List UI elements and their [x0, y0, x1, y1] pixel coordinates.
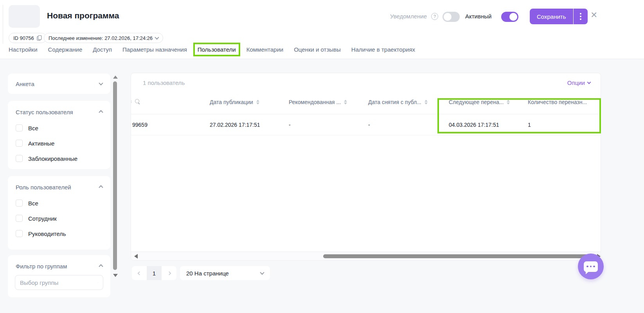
user-role-header[interactable]: Роль пользователей [8, 184, 110, 191]
cell-publish-date: 27.02.2026 17:17:51 [210, 122, 260, 128]
checkbox-icon[interactable] [16, 215, 23, 222]
page-size-label: 20 На странице [186, 270, 229, 277]
sort-icon[interactable] [507, 100, 510, 104]
chevron-down-icon [155, 35, 159, 40]
last-modified-text: Последнее изменение: 27.02.2026, 17:24:2… [49, 35, 153, 41]
checkbox-icon[interactable] [16, 155, 23, 162]
sort-icon[interactable] [256, 100, 259, 104]
scroll-up-arrow[interactable] [113, 76, 118, 79]
pagination-page-1[interactable]: 1 [147, 266, 162, 280]
table-row-divider [131, 135, 601, 135]
tab-assignment-params[interactable]: Параметры назначения [122, 46, 187, 53]
help-icon[interactable]: ? [431, 13, 438, 20]
checkbox-label: Активные [28, 140, 54, 147]
chevron-up-icon [99, 185, 103, 189]
save-button-group: Сохранить [530, 9, 588, 24]
chat-bubble-icon [584, 261, 598, 272]
filter-card-user-role: Роль пользователей Все Сотрудник Руковод… [8, 176, 110, 250]
checkbox-label: Сотрудник [28, 215, 57, 222]
checkbox-icon[interactable] [16, 140, 23, 147]
group-filter-header[interactable]: Фильтр по группам [8, 263, 110, 270]
options-label: Опции [567, 79, 585, 86]
column-header-next-reassignment[interactable]: Следующее перена... [449, 99, 510, 105]
program-cover-placeholder[interactable] [9, 5, 40, 28]
anketa-label: Анкета [16, 81, 34, 87]
cell-next-reassignment: 04.03.2026 17:17:51 [449, 122, 499, 128]
column-header-recommended[interactable]: Рекомендованная ... [289, 99, 347, 105]
chevron-right-icon [167, 271, 171, 275]
checkbox-label: Заблокированные [28, 155, 77, 162]
column-label: Количество переназн... [528, 99, 587, 105]
close-icon[interactable]: × [591, 9, 597, 20]
checkbox-label: Руководитель [28, 230, 66, 237]
filter-card-groups: Фильтр по группам [8, 255, 110, 297]
users-table-card: 1 пользователь Опции Дата публикации Рек… [131, 73, 601, 261]
user-count-label: 1 пользователь [143, 79, 185, 86]
page-size-dropdown[interactable]: 20 На странице [180, 266, 270, 280]
user-status-header[interactable]: Статус пользователя [8, 109, 110, 115]
column-header-unpublish-date[interactable]: Дата снятия с публ... [368, 99, 428, 105]
cell-reassignment-count: 1 [528, 122, 531, 128]
sort-icon[interactable] [425, 100, 428, 104]
group-select-input[interactable] [20, 279, 98, 286]
chevron-up-icon [99, 264, 103, 268]
chevron-down-icon [260, 270, 264, 275]
checkbox-role-employee[interactable]: Сотрудник [8, 215, 110, 222]
chevron-left-icon [137, 271, 141, 275]
tab-comments[interactable]: Комментарии [246, 46, 283, 53]
tab-users[interactable]: Пользователи [198, 46, 236, 53]
filter-funnel-icon[interactable] [98, 280, 98, 286]
checkbox-label: Все [28, 125, 38, 131]
column-label: Рекомендованная ... [289, 99, 341, 105]
user-role-title: Роль пользователей [16, 184, 71, 191]
sort-icon[interactable] [131, 99, 132, 104]
checkbox-icon[interactable] [16, 230, 23, 237]
tab-ratings[interactable]: Оценки и отзывы [294, 46, 341, 53]
toggle-knob [444, 13, 452, 21]
save-button[interactable]: Сохранить [530, 9, 573, 24]
pagination: 1 [132, 266, 176, 280]
notification-toggle[interactable] [443, 12, 460, 22]
tab-settings[interactable]: Настройки [9, 46, 38, 53]
program-id-badge[interactable]: ID 90756 [9, 33, 47, 43]
cell-unpublish-date: - [368, 122, 370, 128]
more-actions-button[interactable] [574, 9, 588, 24]
options-dropdown[interactable]: Опции [567, 79, 590, 86]
filter-card-user-status: Статус пользователя Все Активные Заблоки… [8, 101, 110, 169]
tab-bar: Настройки Содержание Доступ Параметры на… [9, 46, 415, 53]
checkbox-role-all[interactable]: Все [8, 200, 110, 207]
column-label: Дата снятия с публ... [368, 99, 421, 105]
vertical-scrollbar-thumb[interactable] [113, 81, 117, 270]
scroll-left-arrow[interactable] [134, 254, 138, 259]
chevron-down-icon [587, 80, 591, 84]
chat-widget-button[interactable] [578, 254, 604, 279]
sort-icon[interactable] [344, 100, 347, 104]
last-modified-dropdown[interactable]: Последнее изменение: 27.02.2026, 17:24:2… [44, 33, 163, 43]
column-label: Следующее перена... [449, 99, 504, 105]
tab-content[interactable]: Содержание [48, 46, 83, 53]
horizontal-scrollbar-thumb[interactable] [323, 254, 596, 258]
checkbox-status-active[interactable]: Активные [8, 140, 110, 147]
anketa-header[interactable]: Анкета [8, 81, 110, 87]
active-toggle[interactable] [501, 12, 518, 22]
group-select-field[interactable] [15, 275, 103, 290]
notification-label: Уведомление [390, 13, 427, 20]
checkbox-icon[interactable] [16, 124, 23, 131]
column-header-id-clipped[interactable] [131, 99, 140, 104]
pagination-prev-button[interactable] [132, 266, 147, 280]
checkbox-icon[interactable] [16, 200, 23, 207]
tab-trajectories[interactable]: Наличие в траекториях [351, 46, 415, 53]
search-icon[interactable] [135, 99, 140, 104]
tab-access[interactable]: Доступ [93, 46, 112, 53]
scroll-down-arrow[interactable] [113, 274, 118, 277]
checkbox-role-manager[interactable]: Руководитель [8, 230, 110, 237]
filter-card-anketa[interactable]: Анкета [8, 74, 110, 94]
column-header-reassignment-count[interactable]: Количество переназн... [528, 99, 587, 105]
cell-recommended: - [289, 122, 291, 128]
user-status-title: Статус пользователя [16, 109, 73, 115]
checkbox-status-all[interactable]: Все [8, 124, 110, 131]
column-header-publish-date[interactable]: Дата публикации [210, 99, 259, 105]
pagination-next-button[interactable] [162, 266, 176, 280]
copy-icon[interactable] [37, 35, 42, 41]
checkbox-status-blocked[interactable]: Заблокированные [8, 155, 110, 162]
